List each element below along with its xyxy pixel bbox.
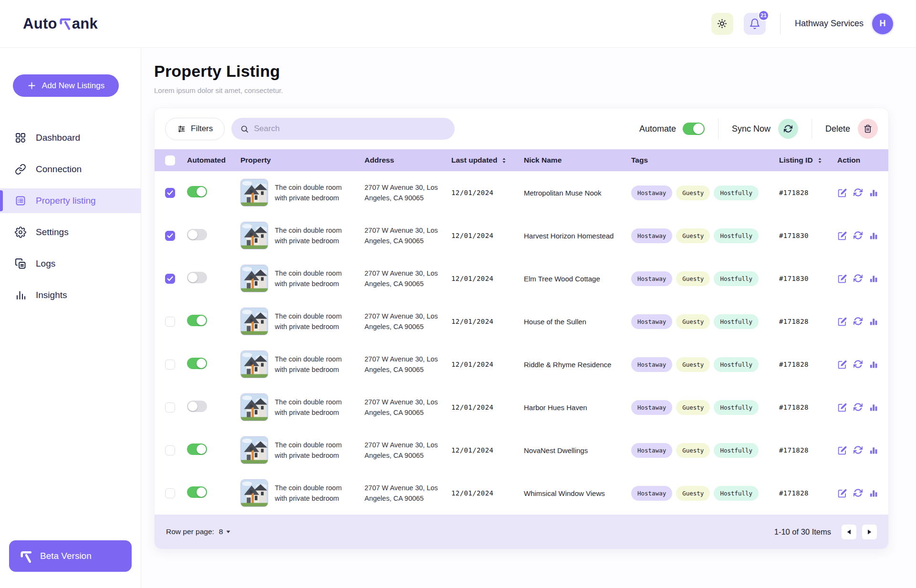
sidebar-item-settings[interactable]: Settings	[0, 220, 141, 245]
beta-version-label: Beta Version	[40, 551, 92, 561]
rows-per-page-value: 8	[219, 527, 223, 536]
search-input[interactable]	[254, 124, 446, 134]
insights-listing-button[interactable]	[869, 445, 878, 455]
property-thumbnail	[240, 393, 268, 421]
tag-hostfully: Hostfully	[714, 357, 759, 372]
sidebar-item-property-listing[interactable]: Property listing	[0, 188, 141, 213]
sidebar-item-connection[interactable]: Connection	[0, 157, 141, 182]
edit-listing-button[interactable]	[837, 488, 847, 498]
bar-chart-icon	[869, 360, 878, 370]
property-thumbnail	[240, 222, 268, 249]
theme-toggle-button[interactable]	[711, 13, 733, 35]
bar-chart-icon	[869, 488, 878, 498]
nick-name: Whimsical Window Views	[524, 489, 631, 497]
sidebar-item-insights[interactable]: Insights	[0, 283, 141, 308]
nick-name: Elm Tree Wood Cottage	[524, 275, 631, 283]
tag-guesty: Guesty	[676, 443, 710, 458]
table-row: The coin double room with private bedroo…	[155, 386, 888, 429]
edit-listing-button[interactable]	[837, 231, 847, 241]
property-cell: The coin double room with private bedroo…	[240, 265, 364, 292]
previous-page-button[interactable]	[842, 525, 856, 539]
tag-hostaway: Hostaway	[631, 443, 672, 458]
row-checkbox[interactable]	[165, 317, 175, 327]
select-all-checkbox[interactable]	[165, 155, 175, 165]
insights-listing-button[interactable]	[869, 360, 878, 370]
tag-guesty: Guesty	[676, 400, 710, 415]
delete-button[interactable]: Delete	[825, 119, 878, 139]
tags-cell: HostawayGuestyHostfully	[631, 400, 779, 415]
table-toolbar: Filters Automate Sync Now De	[155, 108, 888, 149]
nick-name: Harbor Hues Haven	[524, 403, 631, 412]
column-header-action: Action	[837, 156, 878, 165]
automated-toggle[interactable]	[187, 186, 207, 197]
tags-cell: HostawayGuestyHostfully	[631, 357, 779, 372]
property-address: 2707 W Avenue 30, Los Angeles, CA 90065	[364, 225, 441, 247]
sort-listing-id-button[interactable]	[817, 156, 823, 165]
automated-toggle[interactable]	[187, 229, 207, 240]
edit-listing-button[interactable]	[837, 360, 847, 370]
rows-per-page-select[interactable]: 8	[219, 527, 231, 536]
row-checkbox[interactable]	[165, 274, 175, 284]
sort-last-updated-button[interactable]	[501, 156, 507, 165]
automate-label: Automate	[639, 124, 676, 134]
insights-listing-button[interactable]	[869, 274, 878, 284]
add-new-listings-button[interactable]: Add New Listings	[13, 74, 119, 97]
sun-icon	[717, 18, 728, 29]
notifications-button[interactable]: 21	[744, 13, 766, 35]
insights-listing-button[interactable]	[869, 402, 878, 413]
automated-toggle[interactable]	[187, 315, 207, 326]
row-checkbox[interactable]	[165, 360, 175, 370]
automated-toggle[interactable]	[187, 401, 207, 412]
filters-button[interactable]: Filters	[165, 118, 225, 140]
sync-listing-button[interactable]	[854, 445, 863, 455]
row-checkbox[interactable]	[165, 231, 175, 241]
listing-id: #171830	[779, 275, 837, 282]
sidebar-item-dashboard[interactable]: Dashboard	[0, 125, 141, 150]
automated-toggle[interactable]	[187, 444, 207, 455]
automated-toggle[interactable]	[187, 272, 207, 283]
column-header-label: Listing ID	[779, 156, 813, 165]
tags-cell: HostawayGuestyHostfully	[631, 314, 779, 329]
insights-listing-button[interactable]	[869, 188, 878, 198]
sync-listing-button[interactable]	[854, 360, 863, 370]
row-checkbox[interactable]	[165, 445, 175, 455]
insights-listing-button[interactable]	[869, 231, 878, 241]
sidebar-item-label: Dashboard	[36, 133, 80, 143]
row-checkbox[interactable]	[165, 402, 175, 413]
last-updated-date: 12/01/2024	[451, 189, 524, 196]
listing-id: #171830	[779, 232, 837, 239]
tag-guesty: Guesty	[676, 186, 710, 200]
sidebar-item-label: Settings	[36, 227, 69, 237]
property-address: 2707 W Avenue 30, Los Angeles, CA 90065	[364, 354, 441, 375]
avatar[interactable]: H	[872, 13, 893, 34]
top-bar-right: 21 Hathway Services H	[711, 13, 893, 35]
sidebar-item-label: Property listing	[36, 196, 96, 206]
sync-listing-button[interactable]	[854, 231, 863, 241]
tag-hostaway: Hostaway	[631, 357, 672, 372]
insights-listing-button[interactable]	[869, 488, 878, 498]
automate-toggle[interactable]	[683, 123, 705, 135]
edit-listing-button[interactable]	[837, 188, 847, 198]
insights-listing-button[interactable]	[869, 317, 878, 327]
sync-listing-button[interactable]	[854, 274, 863, 284]
edit-listing-button[interactable]	[837, 445, 847, 455]
row-checkbox[interactable]	[165, 188, 175, 198]
automated-toggle[interactable]	[187, 486, 207, 498]
row-checkbox[interactable]	[165, 488, 175, 498]
sync-listing-button[interactable]	[854, 317, 863, 327]
sync-listing-button[interactable]	[854, 488, 863, 498]
edit-listing-button[interactable]	[837, 317, 847, 327]
next-page-button[interactable]	[862, 525, 877, 539]
sync-now-button[interactable]: Sync Now	[732, 119, 798, 139]
edit-listing-button[interactable]	[837, 402, 847, 413]
sync-listing-button[interactable]	[854, 402, 863, 413]
sync-listing-button[interactable]	[854, 188, 863, 198]
property-cell: The coin double room with private bedroo…	[240, 179, 364, 206]
edit-listing-button[interactable]	[837, 274, 847, 284]
sidebar-item-logs[interactable]: Logs	[0, 251, 141, 276]
nick-name: NovaNest Dwellings	[524, 446, 631, 454]
property-name: The coin double room with private bedroo…	[275, 182, 355, 204]
column-header-property: Property	[240, 156, 364, 165]
column-header-address: Address	[364, 156, 451, 165]
automated-toggle[interactable]	[187, 358, 207, 369]
